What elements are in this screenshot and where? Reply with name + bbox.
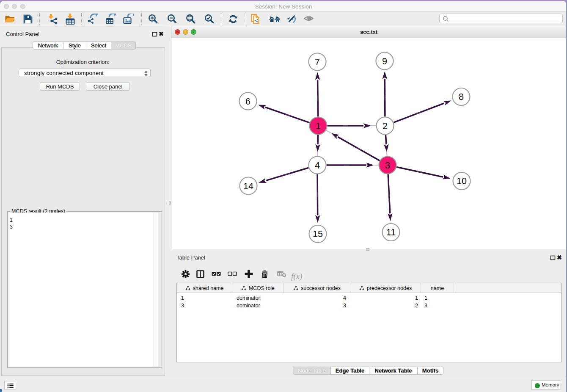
svg-text:1: 1 bbox=[316, 121, 321, 131]
svg-text:4: 4 bbox=[315, 160, 320, 171]
svg-text:15: 15 bbox=[313, 229, 323, 239]
svg-text:9: 9 bbox=[382, 56, 387, 66]
svg-text:6: 6 bbox=[245, 97, 250, 107]
svg-text:8: 8 bbox=[459, 92, 464, 102]
svg-text:14: 14 bbox=[243, 181, 253, 191]
svg-text:7: 7 bbox=[315, 57, 320, 67]
svg-text:10: 10 bbox=[457, 176, 467, 186]
svg-text:11: 11 bbox=[386, 227, 396, 237]
svg-text:3: 3 bbox=[385, 160, 390, 171]
svg-text:2: 2 bbox=[383, 121, 388, 131]
